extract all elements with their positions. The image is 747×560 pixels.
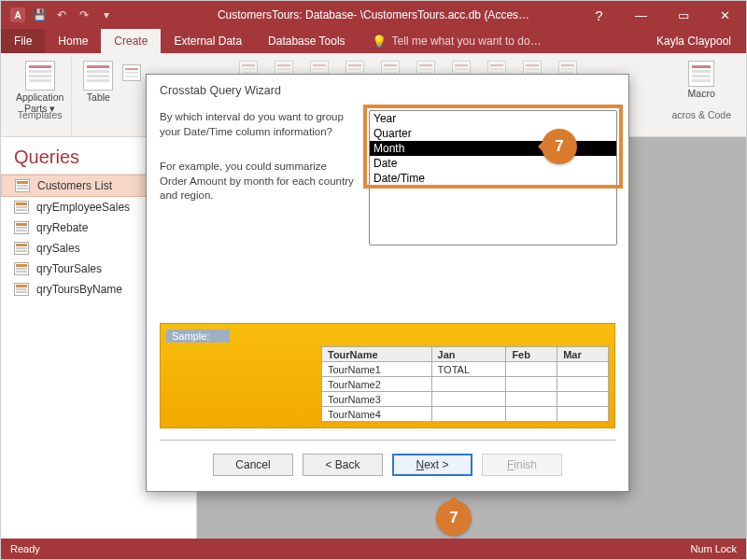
table-icon xyxy=(83,61,113,91)
status-bar: Ready Num Lock xyxy=(1,539,746,559)
minimize-icon[interactable]: ― xyxy=(620,1,662,29)
tab-database-tools[interactable]: Database Tools xyxy=(255,29,359,53)
sample-panel: Sample: TourName Jan Feb Mar TourName1TO… xyxy=(160,323,615,428)
lightbulb-icon: 💡 xyxy=(372,35,387,49)
macro-icon xyxy=(688,61,714,87)
callout-badge-7-next: 7 xyxy=(436,500,472,536)
window-title: CustomersTours: Database- \CustomersTour… xyxy=(169,8,578,21)
account-name[interactable]: Kayla Claypool xyxy=(656,29,746,53)
ribbon-macro[interactable]: Macro xyxy=(683,61,720,100)
dialog-prompt-2: For example, you could summarize Order A… xyxy=(160,160,356,203)
status-numlock: Num Lock xyxy=(690,543,737,554)
status-ready: Ready xyxy=(10,543,40,554)
query-icon xyxy=(14,283,29,296)
interval-listbox[interactable]: YearQuarterMonthDateDate/Time xyxy=(369,110,617,245)
sample-header: Jan xyxy=(431,347,506,362)
application-parts-icon xyxy=(25,61,55,91)
qat-dropdown-icon[interactable]: ▾ xyxy=(98,7,115,23)
ribbon-group-macros: acros & Code xyxy=(671,109,731,123)
title-bar: A 💾 ↶ ↷ ▾ CustomersTours: Database- \Cus… xyxy=(1,1,746,29)
finish-button: Finish xyxy=(482,454,562,476)
sample-label: Sample: xyxy=(166,329,230,343)
quick-access-toolbar: A 💾 ↶ ↷ ▾ xyxy=(1,7,169,23)
query-icon xyxy=(15,179,30,192)
sample-header: Feb xyxy=(506,347,557,362)
sample-header: Mar xyxy=(557,347,609,362)
nav-header-label: Queries xyxy=(14,147,79,168)
tell-me-search[interactable]: 💡 Tell me what you want to do… xyxy=(359,29,542,53)
query-icon xyxy=(14,242,29,255)
help-icon[interactable]: ? xyxy=(578,1,620,29)
sample-grid: TourName Jan Feb Mar TourName1TOTAL Tour… xyxy=(321,346,609,422)
callout-badge-7-list: 7 xyxy=(542,129,577,164)
window-controls: ? ― ▭ ✕ xyxy=(578,1,746,29)
tab-create[interactable]: Create xyxy=(101,29,161,53)
ribbon-application-parts[interactable]: Application Parts ▾ xyxy=(16,61,63,114)
cancel-button[interactable]: Cancel xyxy=(213,454,293,476)
dialog-title: Crosstab Query Wizard xyxy=(147,75,628,103)
ribbon-group-templates: Templates xyxy=(18,109,63,123)
ribbon-tabs: File Home Create External Data Database … xyxy=(1,29,746,53)
dialog-prompt-1: By which interval do you want to group y… xyxy=(160,110,356,139)
redo-icon[interactable]: ↷ xyxy=(76,7,92,23)
app-icon: A xyxy=(10,7,25,22)
tab-home[interactable]: Home xyxy=(45,29,101,53)
tab-external-data[interactable]: External Data xyxy=(161,29,255,53)
tell-me-placeholder: Tell me what you want to do… xyxy=(392,35,542,48)
next-button[interactable]: Next > xyxy=(392,454,472,476)
back-button[interactable]: < Back xyxy=(303,454,383,476)
close-icon[interactable]: ✕ xyxy=(704,1,746,29)
ribbon-table[interactable]: Table xyxy=(79,61,117,104)
dialog-button-row: Cancel < Back Next > Finish xyxy=(147,441,628,491)
query-icon xyxy=(14,262,29,275)
ribbon-mini-icon[interactable] xyxy=(122,64,141,81)
query-icon xyxy=(14,201,29,214)
save-icon[interactable]: 💾 xyxy=(31,7,48,23)
tab-file[interactable]: File xyxy=(1,29,45,53)
maximize-icon[interactable]: ▭ xyxy=(662,1,704,29)
sample-header: TourName xyxy=(322,347,432,362)
query-icon xyxy=(14,221,29,234)
undo-icon[interactable]: ↶ xyxy=(53,7,70,23)
